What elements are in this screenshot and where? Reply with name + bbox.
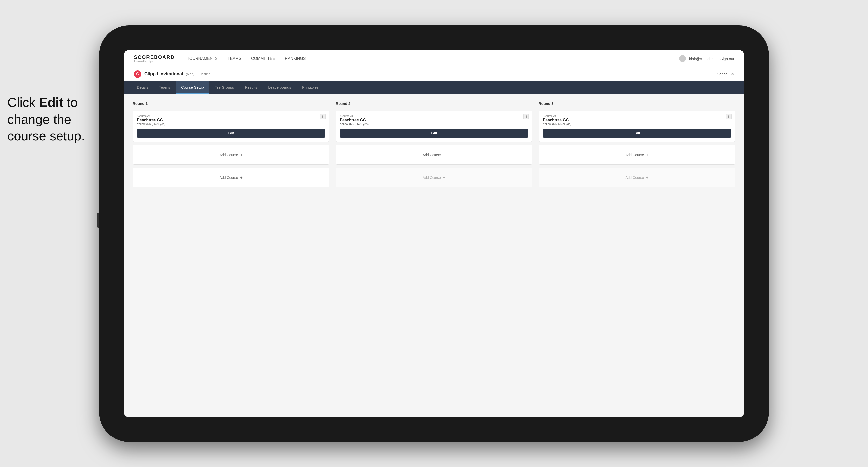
tab-leaderboards[interactable]: Leaderboards — [262, 81, 297, 94]
tab-course-setup[interactable]: Course Setup — [176, 81, 209, 94]
round-3-course-name: Peachtree GC — [543, 118, 731, 122]
round-3-add-course-1-text: Add Course + — [625, 153, 648, 157]
sign-out-link[interactable]: Sign out — [720, 57, 734, 61]
tab-results[interactable]: Results — [239, 81, 262, 94]
instruction-text: Click Edit to change the course setup. — [7, 94, 112, 145]
edit-bold: Edit — [39, 95, 63, 110]
round-2-add-course-2: Add Course + — [336, 168, 532, 187]
round-1-add-course-2-text: Add Course + — [220, 175, 243, 180]
round-2-label: Round 2 — [336, 101, 532, 106]
user-email: blair@clippd.io — [689, 57, 713, 61]
nav-right: blair@clippd.io | Sign out — [679, 55, 734, 62]
tab-bar: Details Teams Course Setup Tee Groups Re… — [124, 81, 744, 94]
round-2-add-course-1[interactable]: Add Course + — [336, 145, 532, 165]
round-2-plus-icon-2: + — [443, 175, 445, 180]
round-3-column: Round 3 🗑 (Course A) Peachtree GC Yellow… — [539, 101, 735, 187]
round-3-course-card: 🗑 (Course A) Peachtree GC Yellow (M) (66… — [539, 111, 735, 142]
nav-tournaments[interactable]: TOURNAMENTS — [187, 55, 217, 62]
round-1-add-course-1-text: Add Course + — [220, 153, 243, 157]
round-3-edit-button[interactable]: Edit — [543, 129, 731, 138]
main-content: Round 1 🗑 (Course A) Peachtree GC Yellow… — [124, 94, 744, 417]
round-2-delete-icon[interactable]: 🗑 — [523, 114, 529, 119]
round-1-course-label: (Course A) — [137, 114, 325, 117]
nav-teams[interactable]: TEAMS — [228, 55, 241, 62]
round-1-label: Round 1 — [133, 101, 329, 106]
round-3-plus-icon-1: + — [646, 153, 648, 157]
round-3-label: Round 3 — [539, 101, 735, 106]
round-1-edit-button[interactable]: Edit — [137, 129, 325, 138]
nav-separator: | — [716, 57, 717, 61]
nav-links: TOURNAMENTS TEAMS COMMITTEE RANKINGS — [187, 55, 679, 62]
round-1-course-name: Peachtree GC — [137, 118, 325, 122]
round-3-course-label: (Course A) — [543, 114, 731, 117]
round-3-plus-icon-2: + — [646, 175, 648, 180]
tab-printables[interactable]: Printables — [297, 81, 324, 94]
round-3-course-tee: Yellow (M) (6629 yds) — [543, 122, 731, 126]
round-2-plus-icon-1: + — [443, 153, 445, 157]
round-1-add-course-1[interactable]: Add Course + — [133, 145, 329, 165]
round-2-course-tee: Yellow (M) (6629 yds) — [340, 122, 528, 126]
tournament-info: C Clippd Invitational (Men) Hosting — [134, 70, 210, 78]
tournament-name: Clippd Invitational — [144, 71, 183, 76]
tab-details[interactable]: Details — [131, 81, 154, 94]
round-3-add-course-2-text: Add Course + — [625, 175, 648, 180]
round-2-course-label: (Course A) — [340, 114, 528, 117]
scoreboard-title: SCOREBOARD — [134, 54, 175, 60]
round-1-course-card: 🗑 (Course A) Peachtree GC Yellow (M) (66… — [133, 111, 329, 142]
round-3-add-course-1[interactable]: Add Course + — [539, 145, 735, 165]
round-2-edit-button[interactable]: Edit — [340, 129, 528, 138]
tablet-side-button — [97, 213, 99, 228]
clippd-logo: C — [134, 70, 142, 78]
tablet-screen: SCOREBOARD Powered by clippd TOURNAMENTS… — [124, 50, 744, 417]
tablet-shell: SCOREBOARD Powered by clippd TOURNAMENTS… — [99, 25, 769, 442]
round-2-course-card: 🗑 (Course A) Peachtree GC Yellow (M) (66… — [336, 111, 532, 142]
nav-committee[interactable]: COMMITTEE — [251, 55, 275, 62]
tab-teams[interactable]: Teams — [154, 81, 176, 94]
hosting-badge: Hosting — [199, 72, 210, 76]
tab-tee-groups[interactable]: Tee Groups — [209, 81, 240, 94]
round-2-add-course-1-text: Add Course + — [423, 153, 445, 157]
round-2-course-name: Peachtree GC — [340, 118, 528, 122]
round-1-plus-icon-2: + — [240, 175, 242, 180]
round-3-add-course-2: Add Course + — [539, 168, 735, 187]
round-1-add-course-2[interactable]: Add Course + — [133, 168, 329, 187]
scoreboard-logo: SCOREBOARD Powered by clippd — [134, 54, 175, 63]
top-nav: SCOREBOARD Powered by clippd TOURNAMENTS… — [124, 50, 744, 67]
scoreboard-subtitle: Powered by clippd — [134, 60, 175, 63]
round-1-plus-icon-1: + — [240, 153, 242, 157]
round-2-column: Round 2 🗑 (Course A) Peachtree GC Yellow… — [336, 101, 532, 187]
round-1-course-tee: Yellow (M) (6629 yds) — [137, 122, 325, 126]
round-1-column: Round 1 🗑 (Course A) Peachtree GC Yellow… — [133, 101, 329, 187]
cancel-x-icon: ✕ — [731, 72, 734, 76]
nav-rankings[interactable]: RANKINGS — [285, 55, 306, 62]
rounds-container: Round 1 🗑 (Course A) Peachtree GC Yellow… — [133, 101, 735, 187]
user-avatar — [679, 55, 686, 62]
cancel-button[interactable]: Cancel ✕ — [717, 72, 734, 76]
round-3-delete-icon[interactable]: 🗑 — [726, 114, 732, 119]
round-1-delete-icon[interactable]: 🗑 — [320, 114, 326, 119]
round-2-add-course-2-text: Add Course + — [423, 175, 445, 180]
cancel-group: Cancel ✕ — [717, 72, 734, 76]
tournament-gender: (Men) — [186, 72, 194, 76]
sub-header: C Clippd Invitational (Men) Hosting Canc… — [124, 67, 744, 81]
